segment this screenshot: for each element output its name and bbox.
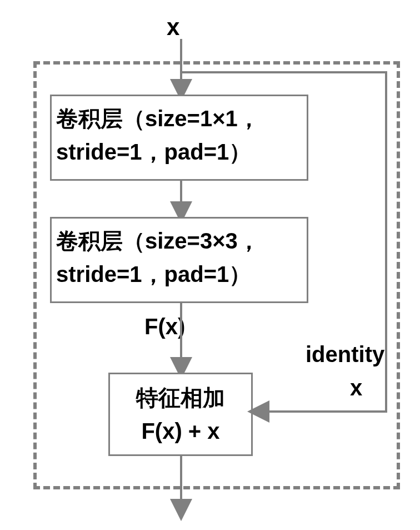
conv1-name: 卷积层 [56, 106, 123, 131]
arrow-output [176, 456, 187, 514]
skip-connection [178, 72, 400, 423]
conv2-name: 卷积层 [56, 229, 123, 253]
input-label: x [167, 14, 179, 41]
residual-block-diagram: x 卷积层（size=1×1，stride=1，pad=1） 卷积层（size=… [11, 11, 409, 519]
